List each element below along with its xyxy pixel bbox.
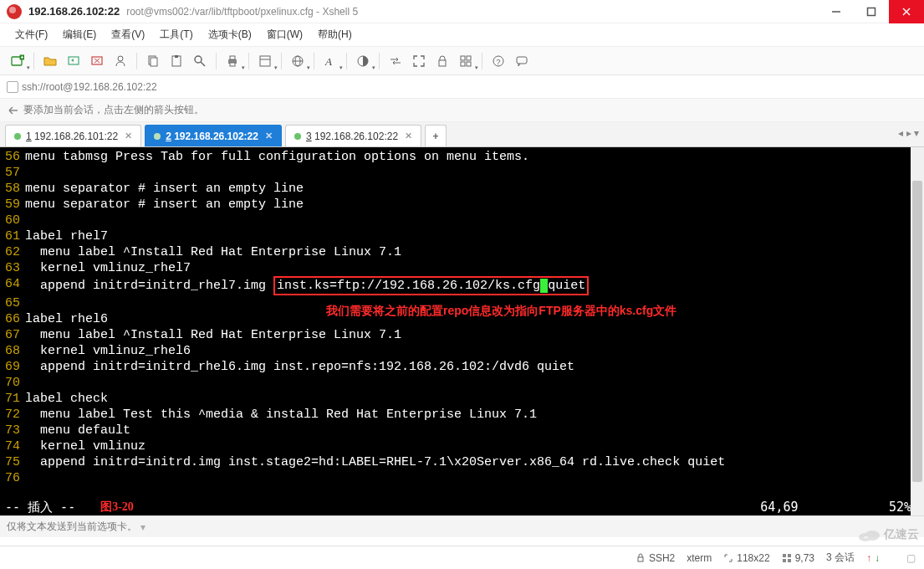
send-mode-hint[interactable]: 仅将文本发送到当前选项卡。 ▾: [0, 515, 924, 537]
new-tab-button[interactable]: +: [425, 125, 447, 146]
layout-icon[interactable]: ▾: [455, 50, 477, 72]
svg-rect-41: [783, 554, 786, 557]
tab-close-icon[interactable]: ✕: [125, 131, 132, 141]
fullscreen-icon[interactable]: [408, 50, 430, 72]
line-number: 75: [2, 454, 25, 470]
arrow-icon[interactable]: [7, 105, 18, 116]
status-size: 118x22: [723, 552, 769, 564]
status-dot-icon: [154, 133, 161, 140]
terminal-line: 57: [2, 165, 924, 181]
line-text: menu label ^Install Red Hat Enterprise L…: [25, 327, 924, 343]
svg-text:∞: ∞: [864, 534, 868, 540]
line-text: kernel vmlinuz: [25, 438, 924, 454]
svg-rect-22: [260, 56, 270, 66]
terminal-line: 76: [2, 470, 924, 486]
menubar: 文件(F) 编辑(E) 查看(V) 工具(T) 选项卡(B) 窗口(W) 帮助(…: [0, 23, 924, 47]
profile-icon[interactable]: [110, 50, 131, 72]
tab-close-icon[interactable]: ✕: [265, 131, 273, 141]
terminal-line: 62 menu label ^Install Red Hat Enterpris…: [2, 244, 924, 260]
terminal[interactable]: 56menu tabmsg Press Tab for full configu…: [0, 147, 924, 499]
resize-icon: [723, 553, 733, 563]
minimize-button[interactable]: [819, 0, 854, 23]
svg-rect-20: [230, 56, 235, 59]
tab-close-icon[interactable]: ✕: [405, 131, 412, 141]
menu-tabs[interactable]: 选项卡(B): [202, 25, 258, 44]
svg-rect-16: [175, 55, 178, 58]
svg-point-12: [118, 56, 123, 61]
menu-view[interactable]: 查看(V): [105, 25, 151, 44]
terminal-line: 74 kernel vmlinuz: [2, 438, 924, 454]
address-icon: [7, 81, 18, 93]
help-icon[interactable]: ?: [488, 50, 509, 72]
svg-rect-42: [788, 554, 791, 557]
address-bar[interactable]: ssh://root@192.168.26.102:22: [0, 75, 924, 99]
toolbar-separator: [248, 53, 249, 69]
font-icon[interactable]: A▾: [319, 50, 341, 72]
print-icon[interactable]: ▾: [222, 50, 243, 72]
menu-help[interactable]: 帮助(H): [311, 25, 359, 44]
menu-tools[interactable]: 工具(T): [153, 25, 199, 44]
find-icon[interactable]: [189, 50, 211, 72]
lock-icon[interactable]: [431, 50, 453, 72]
line-text: menu separator # insert an empty line: [25, 197, 924, 213]
line-number: 58: [2, 181, 25, 197]
terminal-line: 60: [2, 213, 924, 228]
paste-icon[interactable]: [166, 50, 187, 72]
menu-window[interactable]: 窗口(W): [260, 25, 309, 44]
svg-rect-40: [638, 557, 643, 561]
menu-file[interactable]: 文件(F): [8, 25, 54, 44]
globe-icon[interactable]: ▾: [287, 50, 309, 72]
close-button[interactable]: [889, 0, 924, 23]
line-text: kernel vmlinuz_rhel7: [25, 260, 924, 276]
line-text: [25, 213, 924, 228]
toolbar-separator: [346, 53, 347, 69]
session-tab-1[interactable]: 1 192.168.26.101:22 ✕: [5, 125, 141, 146]
line-text: label check: [25, 391, 924, 407]
line-number: 71: [2, 391, 25, 407]
svg-rect-1: [868, 8, 876, 16]
down-arrow-icon: ↓: [875, 552, 880, 564]
feedback-icon[interactable]: [511, 50, 533, 72]
line-number: 74: [2, 438, 25, 454]
svg-point-17: [195, 56, 202, 63]
status-protocol: SSH2: [636, 552, 675, 564]
copy-icon[interactable]: [142, 50, 164, 72]
status-dot-icon: [14, 133, 21, 140]
maximize-button[interactable]: [854, 0, 889, 23]
line-number: 65: [2, 295, 25, 311]
toolbar: ▾ ▾ ▾ ▾ A▾ ▾ ▾ ?: [0, 47, 924, 75]
tab-scroll-arrows[interactable]: ◂ ▸ ▾: [898, 127, 919, 139]
session-tab-3[interactable]: 3 192.168.26.102:22 ✕: [285, 125, 421, 146]
line-number: 60: [2, 213, 25, 228]
session-tab-2[interactable]: 2 192.168.26.102:22 ✕: [145, 125, 282, 146]
open-folder-icon[interactable]: [39, 50, 61, 72]
scrollbar[interactable]: [911, 147, 924, 515]
watermark: ∞ 亿速云: [857, 527, 919, 542]
line-text: [25, 165, 924, 181]
window-title: 192.168.26.102:22: [28, 5, 120, 18]
scroll-thumb[interactable]: [912, 181, 922, 482]
status-sessions: 3 会话: [826, 551, 855, 565]
line-text: menu label Test this ^media & install Re…: [25, 407, 924, 423]
line-number: 72: [2, 407, 25, 423]
terminal-line: 64 append initrd=initrd_rhel7.img inst.k…: [2, 276, 924, 295]
terminal-line: 61label rhel7: [2, 228, 924, 244]
line-number: 56: [2, 149, 25, 165]
transfer-icon[interactable]: [385, 50, 406, 72]
svg-rect-14: [151, 58, 157, 66]
disconnect-icon[interactable]: [86, 50, 108, 72]
line-number: 64: [2, 276, 25, 295]
window-controls: [819, 0, 924, 23]
toolbar-separator: [216, 53, 217, 69]
line-number: 70: [2, 375, 25, 391]
color-scheme-icon[interactable]: ▾: [352, 50, 374, 72]
svg-rect-32: [461, 62, 465, 66]
properties-icon[interactable]: ▾: [254, 50, 276, 72]
line-number: 67: [2, 327, 25, 343]
new-session-icon[interactable]: ▾: [7, 50, 28, 72]
menu-edit[interactable]: 编辑(E): [56, 25, 103, 44]
grid-icon: [782, 553, 792, 563]
toolbar-separator: [281, 53, 282, 69]
svg-rect-31: [467, 56, 471, 60]
reconnect-icon[interactable]: [63, 50, 84, 72]
